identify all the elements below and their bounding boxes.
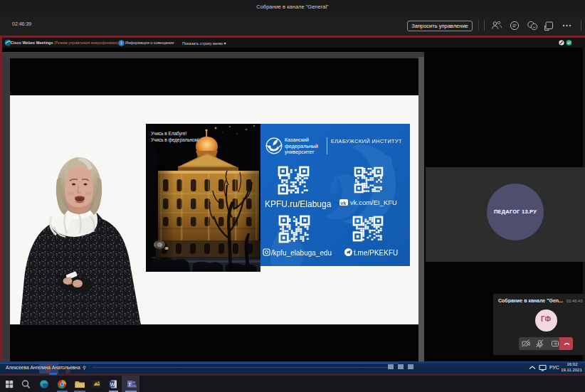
svg-text:/kpfu_elabuga_edu: /kpfu_elabuga_edu [271,248,332,256]
svg-text:Учись в федеральном!: Учись в федеральном! [151,137,199,143]
svg-text:vk.com/EI_KFU: vk.com/EI_KFU [350,198,397,206]
svg-text:W: W [110,381,115,386]
svg-text:i: i [121,40,122,45]
svg-text:vk: vk [341,200,347,205]
svg-text:ЕЛАБУЖСКИЙ ИНСТИТУТ: ЕЛАБУЖСКИЙ ИНСТИТУТ [331,138,402,144]
svg-text:университет: университет [285,149,315,155]
svg-text:T: T [128,381,132,386]
svg-text:t.me/PKEKFU: t.me/PKEKFU [354,248,398,256]
svg-text:Учись в Елабуге!: Учись в Елабуге! [151,131,186,137]
svg-text:KPFU.ru/Elabuga: KPFU.ru/Elabuga [265,199,332,209]
